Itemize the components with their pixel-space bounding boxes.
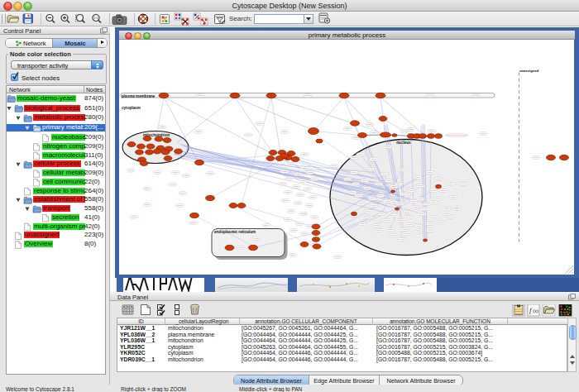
svg-text:nucleus: nucleus	[396, 141, 411, 145]
svg-text:(x): (x)	[533, 308, 538, 313]
svg-text:endoplasmic reticulum: endoplasmic reticulum	[214, 230, 256, 234]
svg-text:1:1: 1:1	[94, 17, 98, 20]
svg-text:unassigned: unassigned	[519, 68, 539, 72]
svg-text:plasma membrane: plasma membrane	[122, 93, 156, 98]
svg-text:cytoplasm: cytoplasm	[122, 106, 141, 110]
